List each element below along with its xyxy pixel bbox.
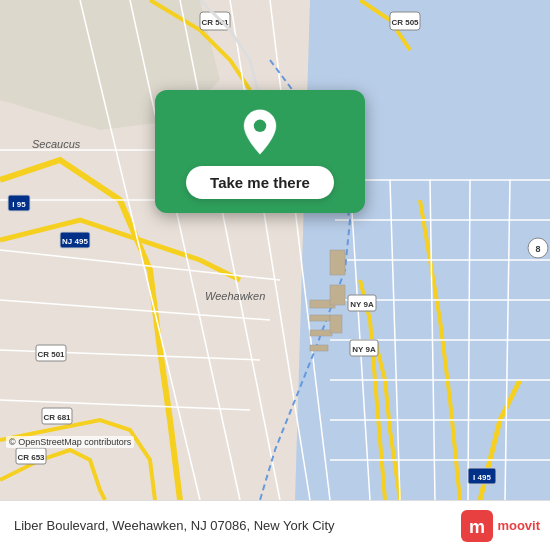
location-pin-icon — [236, 108, 284, 156]
map-container: CR 501 CR 505 I 95 NJ 495 NY 9A NY 9A I … — [0, 0, 550, 500]
svg-text:NY 9A: NY 9A — [352, 345, 376, 354]
svg-text:NJ 495: NJ 495 — [62, 237, 88, 246]
svg-text:m: m — [469, 517, 485, 537]
svg-rect-52 — [310, 330, 332, 336]
take-me-there-button[interactable]: Take me there — [186, 166, 334, 199]
svg-text:CR 681: CR 681 — [43, 413, 71, 422]
moovit-label: moovit — [497, 518, 540, 533]
address-text: Liber Boulevard, Weehawken, NJ 07086, Ne… — [14, 518, 461, 533]
svg-rect-51 — [310, 315, 330, 321]
moovit-logo: m moovit — [461, 510, 540, 542]
svg-point-59 — [254, 120, 266, 132]
svg-rect-54 — [330, 250, 345, 275]
svg-text:CR 505: CR 505 — [391, 18, 419, 27]
bottom-bar: Liber Boulevard, Weehawken, NJ 07086, Ne… — [0, 500, 550, 550]
svg-text:CR 501: CR 501 — [37, 350, 65, 359]
osm-attribution: © OpenStreetMap contributors — [6, 436, 134, 448]
svg-text:Secaucus: Secaucus — [32, 138, 81, 150]
svg-text:I 95: I 95 — [12, 200, 26, 209]
svg-rect-56 — [330, 315, 342, 333]
svg-rect-53 — [310, 345, 328, 351]
svg-rect-55 — [330, 285, 345, 305]
svg-text:Weehawken: Weehawken — [205, 290, 265, 302]
svg-text:NY 9A: NY 9A — [350, 300, 374, 309]
moovit-icon: m — [461, 510, 493, 542]
svg-text:8: 8 — [535, 244, 540, 254]
svg-text:CR 653: CR 653 — [17, 453, 45, 462]
svg-text:I 495: I 495 — [473, 473, 491, 482]
popup-card: Take me there — [155, 90, 365, 213]
